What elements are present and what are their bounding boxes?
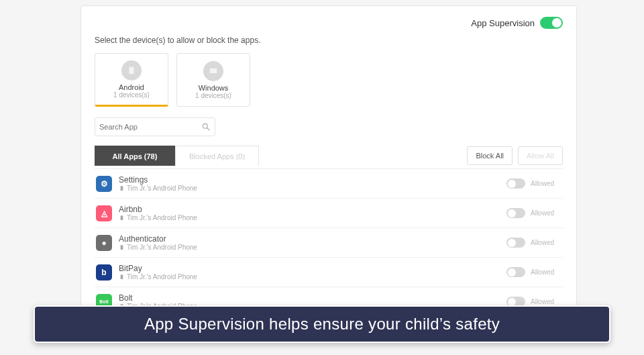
panel-header: App Supervision <box>95 17 563 29</box>
app-row: ◬AirbnbTim Jr.'s Android PhoneAllowed <box>95 199 563 228</box>
tab-blocked-apps[interactable]: Blocked Apps (0) <box>175 146 259 166</box>
tabs-row: All Apps (78) Blocked Apps (0) Block All… <box>95 146 563 166</box>
svg-rect-1 <box>210 68 217 72</box>
allow-all-button[interactable]: Allow All <box>518 146 563 165</box>
app-status-label: Allowed <box>531 239 561 246</box>
app-name: Settings <box>119 175 500 185</box>
app-name: Airbnb <box>119 205 500 214</box>
search-app-input-wrap[interactable] <box>95 117 215 136</box>
device-card-android[interactable]: Android 1 devices(s) <box>95 53 168 107</box>
device-name: Windows <box>199 84 229 92</box>
app-row: bBitPayTim Jr.'s Android PhoneAllowed <box>95 258 563 287</box>
app-icon: b <box>96 264 112 281</box>
app-list: ⚙SettingsTim Jr.'s Android PhoneAllowed◬… <box>95 168 563 309</box>
app-info: SettingsTim Jr.'s Android Phone <box>119 175 500 192</box>
master-toggle[interactable] <box>540 17 563 29</box>
svg-point-2 <box>203 123 207 128</box>
app-supervision-panel: App Supervision Select the device(s) to … <box>80 5 577 309</box>
tabs: All Apps (78) Blocked Apps (0) <box>95 146 259 166</box>
svg-rect-6 <box>121 245 123 250</box>
app-allow-toggle[interactable] <box>506 179 525 189</box>
app-status-label: Allowed <box>531 298 561 305</box>
app-row-controls: Allowed <box>506 179 561 189</box>
app-name: Bolt <box>119 293 500 303</box>
app-info: BitPayTim Jr.'s Android Phone <box>119 264 500 281</box>
caption-text: App Supervision helps ensure your child’… <box>144 315 500 334</box>
app-device-label: Tim Jr.'s Android Phone <box>119 244 500 251</box>
caption-bar: App Supervision helps ensure your child’… <box>34 305 610 343</box>
block-all-button[interactable]: Block All <box>467 146 513 165</box>
device-count: 1 devices(s) <box>113 91 150 99</box>
windows-icon <box>203 61 223 81</box>
app-row: ⚙SettingsTim Jr.'s Android PhoneAllowed <box>95 169 563 199</box>
app-row-controls: Allowed <box>506 208 561 218</box>
app-allow-toggle[interactable] <box>506 208 525 218</box>
panel-title: App Supervision <box>471 18 535 28</box>
svg-rect-0 <box>129 66 134 74</box>
app-icon: ⚙ <box>96 176 112 192</box>
app-name: Authenticator <box>119 234 500 244</box>
app-row-controls: Allowed <box>506 267 561 277</box>
app-status-label: Allowed <box>531 209 561 217</box>
app-device-label: Tim Jr.'s Android Phone <box>119 214 500 221</box>
app-name: BitPay <box>119 264 500 273</box>
app-info: AirbnbTim Jr.'s Android Phone <box>119 205 500 221</box>
device-count: 1 devices(s) <box>195 92 231 99</box>
app-status-label: Allowed <box>531 268 561 276</box>
search-input[interactable] <box>99 123 201 131</box>
svg-line-3 <box>207 128 210 131</box>
app-icon: ◬ <box>96 205 112 221</box>
app-device-label: Tim Jr.'s Android Phone <box>119 273 500 281</box>
app-row-controls: Allowed <box>506 238 561 248</box>
svg-rect-7 <box>121 274 123 279</box>
app-row: ●AuthenticatorTim Jr.'s Android PhoneAll… <box>95 228 563 258</box>
device-cards: Android 1 devices(s) Windows 1 devices(s… <box>95 53 563 107</box>
app-device-label: Tim Jr.'s Android Phone <box>119 185 500 192</box>
app-icon: ● <box>96 235 112 251</box>
app-info: AuthenticatorTim Jr.'s Android Phone <box>119 234 500 251</box>
app-allow-toggle[interactable] <box>506 238 525 248</box>
svg-rect-4 <box>121 186 123 191</box>
instruction-text: Select the device(s) to allow or block t… <box>95 36 563 45</box>
search-icon <box>201 122 211 132</box>
android-icon <box>121 60 142 81</box>
device-name: Android <box>119 83 144 91</box>
bulk-actions: Block All Allow All <box>467 146 563 165</box>
app-allow-toggle[interactable] <box>506 267 525 277</box>
tab-all-apps[interactable]: All Apps (78) <box>95 146 175 166</box>
app-status-label: Allowed <box>531 180 561 187</box>
svg-rect-5 <box>121 215 123 220</box>
device-card-windows[interactable]: Windows 1 devices(s) <box>176 53 250 107</box>
